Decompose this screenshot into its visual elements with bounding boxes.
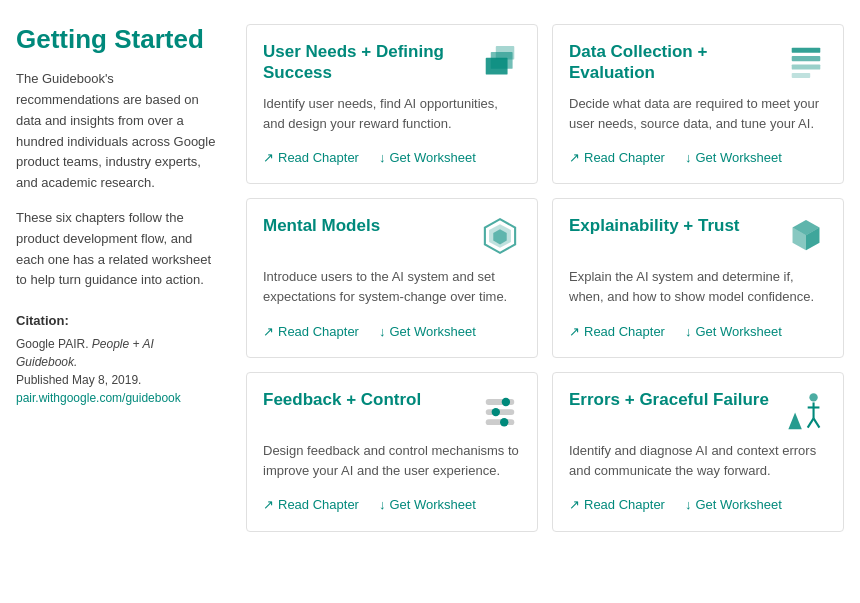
- card-header-explainability: Explainability + Trust: [569, 215, 827, 257]
- card-header-mental-models: Mental Models: [263, 215, 521, 257]
- sidebar: Getting Started The Guidebook's recommen…: [16, 24, 226, 532]
- card-title-errors: Errors + Graceful Failure: [569, 389, 785, 410]
- svg-marker-21: [788, 413, 801, 430]
- svg-rect-5: [792, 65, 821, 70]
- svg-rect-3: [792, 48, 821, 53]
- read-chapter-errors[interactable]: ↗ Read Chapter: [569, 495, 665, 515]
- sidebar-title: Getting Started: [16, 24, 216, 55]
- read-label-user-needs: Read Chapter: [278, 148, 359, 168]
- card-desc-data-collection: Decide what data are required to meet yo…: [569, 94, 827, 134]
- explainability-icon: [785, 215, 827, 257]
- data-collection-icon: [785, 41, 827, 83]
- worksheet-arrow-icon-4: ↓: [685, 322, 692, 342]
- card-desc-errors: Identify and diagnose AI and context err…: [569, 441, 827, 481]
- svg-rect-2: [496, 46, 514, 59]
- card-title-data-collection: Data Collection + Evaluation: [569, 41, 785, 84]
- read-arrow-icon-3: ↗: [263, 322, 274, 342]
- read-chapter-user-needs[interactable]: ↗ Read Chapter: [263, 148, 359, 168]
- card-actions-explainability: ↗ Read Chapter ↓ Get Worksheet: [569, 322, 827, 342]
- worksheet-arrow-icon-6: ↓: [685, 495, 692, 515]
- card-header-errors: Errors + Graceful Failure: [569, 389, 827, 431]
- read-arrow-icon-5: ↗: [263, 495, 274, 515]
- svg-line-24: [808, 418, 814, 427]
- read-chapter-feedback[interactable]: ↗ Read Chapter: [263, 495, 359, 515]
- card-errors: Errors + Graceful Failure Identify and d…: [552, 372, 844, 532]
- errors-icon: [785, 389, 827, 431]
- card-desc-mental-models: Introduce users to the AI system and set…: [263, 267, 521, 307]
- get-worksheet-data-collection[interactable]: ↓ Get Worksheet: [685, 148, 782, 168]
- read-arrow-icon: ↗: [263, 148, 274, 168]
- card-actions-feedback: ↗ Read Chapter ↓ Get Worksheet: [263, 495, 521, 515]
- card-explainability: Explainability + Trust Explain the AI sy…: [552, 198, 844, 358]
- citation-label: Citation:: [16, 311, 216, 331]
- feedback-icon: [479, 389, 521, 431]
- card-actions-mental-models: ↗ Read Chapter ↓ Get Worksheet: [263, 322, 521, 342]
- get-worksheet-user-needs[interactable]: ↓ Get Worksheet: [379, 148, 476, 168]
- card-title-user-needs: User Needs + Defining Success: [263, 41, 479, 84]
- card-feedback: Feedback + Control Design feedback and c…: [246, 372, 538, 532]
- worksheet-label-explainability: Get Worksheet: [695, 322, 781, 342]
- svg-point-20: [809, 393, 817, 401]
- read-label-feedback: Read Chapter: [278, 495, 359, 515]
- sidebar-desc-1: The Guidebook's recommendations are base…: [16, 69, 216, 194]
- get-worksheet-explainability[interactable]: ↓ Get Worksheet: [685, 322, 782, 342]
- worksheet-label-user-needs: Get Worksheet: [389, 148, 475, 168]
- citation-author: Google PAIR.: [16, 337, 92, 351]
- read-label-explainability: Read Chapter: [584, 322, 665, 342]
- get-worksheet-feedback[interactable]: ↓ Get Worksheet: [379, 495, 476, 515]
- card-title-explainability: Explainability + Trust: [569, 215, 785, 236]
- read-label-errors: Read Chapter: [584, 495, 665, 515]
- citation-date: Published May 8, 2019.: [16, 373, 141, 387]
- card-desc-explainability: Explain the AI system and determine if, …: [569, 267, 827, 307]
- svg-rect-6: [792, 73, 810, 78]
- card-actions-data-collection: ↗ Read Chapter ↓ Get Worksheet: [569, 148, 827, 168]
- read-chapter-explainability[interactable]: ↗ Read Chapter: [569, 322, 665, 342]
- cards-grid: User Needs + Defining Success Identify u…: [246, 24, 844, 532]
- worksheet-arrow-icon: ↓: [379, 148, 386, 168]
- user-needs-icon: [479, 41, 521, 83]
- get-worksheet-mental-models[interactable]: ↓ Get Worksheet: [379, 322, 476, 342]
- read-chapter-data-collection[interactable]: ↗ Read Chapter: [569, 148, 665, 168]
- card-desc-feedback: Design feedback and control mechanisms t…: [263, 441, 521, 481]
- svg-point-15: [502, 398, 510, 406]
- card-title-feedback: Feedback + Control: [263, 389, 479, 410]
- worksheet-label-mental-models: Get Worksheet: [389, 322, 475, 342]
- citation-text: Google PAIR. People + AI Guidebook. Publ…: [16, 335, 216, 407]
- read-arrow-icon-2: ↗: [569, 148, 580, 168]
- card-actions-errors: ↗ Read Chapter ↓ Get Worksheet: [569, 495, 827, 515]
- read-chapter-mental-models[interactable]: ↗ Read Chapter: [263, 322, 359, 342]
- card-title-mental-models: Mental Models: [263, 215, 479, 236]
- svg-point-19: [500, 418, 508, 426]
- worksheet-arrow-icon-5: ↓: [379, 495, 386, 515]
- get-worksheet-errors[interactable]: ↓ Get Worksheet: [685, 495, 782, 515]
- svg-point-17: [492, 408, 500, 416]
- mental-models-icon: [479, 215, 521, 257]
- main-layout: Getting Started The Guidebook's recommen…: [0, 0, 860, 556]
- sidebar-desc-2: These six chapters follow the product de…: [16, 208, 216, 291]
- read-label-data-collection: Read Chapter: [584, 148, 665, 168]
- svg-line-25: [814, 418, 820, 427]
- citation-link[interactable]: pair.withgoogle.com/guidebook: [16, 391, 181, 405]
- worksheet-arrow-icon-2: ↓: [685, 148, 692, 168]
- worksheet-arrow-icon-3: ↓: [379, 322, 386, 342]
- card-desc-user-needs: Identify user needs, find AI opportuniti…: [263, 94, 521, 134]
- worksheet-label-data-collection: Get Worksheet: [695, 148, 781, 168]
- read-arrow-icon-6: ↗: [569, 495, 580, 515]
- card-actions-user-needs: ↗ Read Chapter ↓ Get Worksheet: [263, 148, 521, 168]
- worksheet-label-errors: Get Worksheet: [695, 495, 781, 515]
- read-arrow-icon-4: ↗: [569, 322, 580, 342]
- read-label-mental-models: Read Chapter: [278, 322, 359, 342]
- card-data-collection: Data Collection + Evaluation Decide what…: [552, 24, 844, 184]
- card-header-feedback: Feedback + Control: [263, 389, 521, 431]
- card-header-user-needs: User Needs + Defining Success: [263, 41, 521, 84]
- card-header-data-collection: Data Collection + Evaluation: [569, 41, 827, 84]
- worksheet-label-feedback: Get Worksheet: [389, 495, 475, 515]
- card-user-needs: User Needs + Defining Success Identify u…: [246, 24, 538, 184]
- svg-rect-4: [792, 56, 821, 61]
- card-mental-models: Mental Models Introduce users to the AI …: [246, 198, 538, 358]
